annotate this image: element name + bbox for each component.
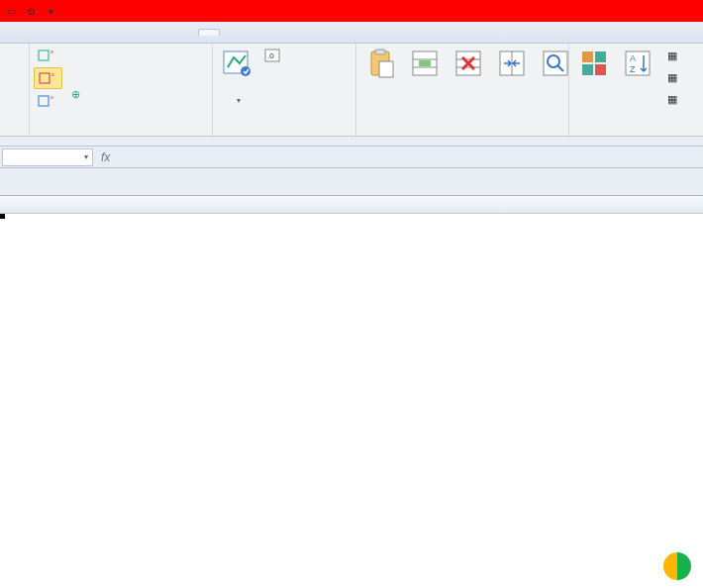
ribbon-tabs	[0, 22, 703, 44]
case-icon	[68, 48, 82, 61]
merge-button[interactable]	[491, 46, 533, 95]
keep-number-button[interactable]	[260, 67, 287, 85]
qat-icon-2[interactable]: ⚙	[22, 2, 40, 20]
watermark	[663, 552, 695, 580]
tab-10[interactable]	[198, 29, 220, 36]
trim-icon	[68, 67, 82, 81]
svg-text:Z: Z	[630, 64, 636, 74]
case-button[interactable]	[64, 46, 89, 63]
svg-rect-16	[419, 60, 431, 66]
tab-1[interactable]	[20, 30, 40, 36]
trim-button[interactable]	[64, 65, 89, 83]
name-box[interactable]: ▾	[2, 148, 93, 166]
ribbon-group-analysis: AZ ▦ ▦ ▦	[569, 44, 698, 136]
spacer	[0, 168, 703, 196]
text-dropdown[interactable]	[4, 46, 12, 49]
spreadsheet-grid[interactable]	[0, 196, 703, 214]
random-button[interactable]	[573, 46, 615, 95]
svg-text:.0: .0	[267, 51, 274, 60]
clipboard-icon	[365, 48, 397, 79]
round-button[interactable]: .0	[260, 46, 287, 65]
more-button[interactable]: ⊕	[64, 85, 89, 103]
random-icon	[578, 48, 610, 79]
keep-number-icon	[264, 69, 278, 83]
ribbon: x x x	[0, 44, 703, 137]
fx-icon[interactable]: fx	[101, 150, 110, 164]
sort-button[interactable]: AZ	[617, 46, 658, 95]
tab-3[interactable]	[59, 30, 79, 36]
selection-box	[0, 214, 4, 218]
svg-rect-11	[375, 49, 385, 54]
svg-rect-27	[582, 64, 593, 75]
grid3-icon: ▦	[664, 91, 680, 107]
group-label-edit	[360, 132, 564, 136]
extra-2[interactable]: ▦	[660, 67, 687, 87]
ribbon-group-edit	[356, 44, 569, 136]
insert-button[interactable]	[404, 46, 446, 95]
formula-bar: ▾ fx	[0, 147, 703, 168]
tab-6[interactable]	[119, 30, 139, 36]
grid2-icon: ▦	[664, 69, 680, 85]
delete-icon	[452, 48, 484, 79]
column-dropdown[interactable]	[4, 51, 12, 55]
title-bar: ▭ ⚙ ▾	[0, 0, 703, 22]
qat-icon-1[interactable]: ▭	[2, 2, 20, 20]
svg-rect-12	[379, 61, 393, 77]
group-label-number	[217, 132, 352, 136]
namebox-dropdown-icon[interactable]: ▾	[84, 152, 88, 161]
qat-dropdown-icon[interactable]: ▾	[42, 2, 59, 20]
svg-text:x: x	[51, 71, 54, 77]
svg-rect-26	[595, 51, 606, 62]
svg-rect-4	[39, 96, 49, 106]
ribbon-group-number: ▾ .0	[213, 44, 356, 136]
group-label-analysis	[573, 132, 694, 136]
tab-4[interactable]	[79, 30, 99, 36]
extra-3[interactable]: ▦	[660, 89, 687, 109]
insert-text-icon: x	[38, 48, 53, 63]
svg-text:A: A	[630, 53, 636, 63]
find-icon	[540, 48, 571, 79]
insert-icon	[409, 48, 441, 79]
svg-rect-28	[595, 64, 606, 75]
tab-0[interactable]	[0, 30, 20, 36]
watermark-logo-icon	[663, 552, 691, 580]
column-headers	[0, 196, 703, 214]
extra-1[interactable]: ▦	[660, 46, 687, 65]
insert-text-button[interactable]: x	[34, 46, 62, 65]
number-button[interactable]: ▾	[217, 46, 258, 109]
delete-text-button[interactable]: x	[34, 67, 62, 89]
svg-point-7	[241, 66, 251, 76]
fill-handle[interactable]	[0, 214, 5, 219]
delete-text-icon: x	[39, 70, 54, 86]
tab-8[interactable]	[158, 30, 178, 36]
svg-text:x: x	[50, 94, 53, 100]
svg-text:x: x	[50, 49, 53, 54]
formula-bar-spacer	[0, 137, 703, 147]
tab-2[interactable]	[40, 30, 59, 36]
tab-9[interactable]	[178, 30, 198, 36]
number-icon	[222, 48, 253, 79]
round-icon: .0	[264, 48, 280, 63]
svg-rect-25	[582, 51, 593, 62]
svg-rect-2	[40, 73, 50, 83]
tab-7[interactable]	[139, 30, 158, 36]
tab-11[interactable]	[220, 30, 240, 36]
extract-text-icon: x	[38, 93, 53, 109]
copy-paste-button[interactable]	[360, 46, 402, 95]
sort-icon: AZ	[622, 48, 653, 79]
svg-rect-0	[39, 50, 49, 60]
row-dropdown[interactable]	[4, 57, 12, 61]
more-icon: ⊕	[68, 87, 82, 101]
merge-icon	[496, 48, 528, 79]
extract-text-button[interactable]: x	[34, 91, 62, 111]
delete-button[interactable]	[448, 46, 489, 95]
group-label-text	[34, 132, 208, 136]
ribbon-group-text: x x x	[30, 44, 213, 136]
ribbon-group-1	[0, 44, 30, 136]
grid-icon: ▦	[664, 48, 680, 63]
tab-5[interactable]	[99, 30, 119, 36]
